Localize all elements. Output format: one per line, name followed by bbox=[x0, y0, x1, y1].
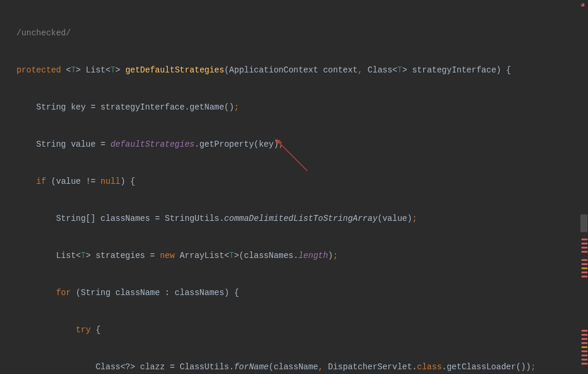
error-marker[interactable] bbox=[582, 247, 587, 249]
code-line[interactable]: String[] classNames = StringUtils.commaD… bbox=[16, 213, 588, 225]
analysis-status-icon[interactable]: ◕ bbox=[581, 1, 587, 7]
error-marker[interactable] bbox=[582, 338, 587, 340]
warning-marker[interactable] bbox=[582, 267, 587, 269]
error-marker[interactable] bbox=[582, 243, 587, 244]
error-marker[interactable] bbox=[582, 334, 587, 336]
warning-marker[interactable] bbox=[582, 346, 587, 348]
code-line[interactable]: String key = strategyInterface.getName()… bbox=[16, 101, 588, 114]
code-line[interactable]: try { bbox=[16, 324, 588, 336]
error-marker[interactable] bbox=[582, 350, 587, 352]
comment: /unchecked/ bbox=[16, 28, 71, 38]
code-line[interactable]: Class<?> clazz = ClassUtils.forName(clas… bbox=[16, 361, 588, 373]
error-marker[interactable] bbox=[582, 276, 587, 277]
error-marker[interactable] bbox=[582, 251, 587, 253]
error-marker[interactable] bbox=[582, 330, 587, 332]
error-marker[interactable] bbox=[582, 342, 587, 344]
error-marker[interactable] bbox=[582, 259, 587, 261]
code-line[interactable]: String value = defaultStrategies.getProp… bbox=[16, 138, 588, 151]
code-editor[interactable]: /unchecked/ protected <T> List<T> getDef… bbox=[0, 0, 588, 374]
scrollbar[interactable]: ◕ bbox=[580, 0, 588, 374]
error-marker[interactable] bbox=[582, 263, 587, 265]
error-marker[interactable] bbox=[582, 359, 587, 360]
code-line[interactable]: protected <T> List<T> getDefaultStrategi… bbox=[16, 64, 588, 77]
code-line[interactable]: for (String className : classNames) { bbox=[16, 287, 588, 299]
error-marker[interactable] bbox=[582, 363, 587, 365]
error-marker[interactable] bbox=[582, 239, 587, 240]
code-line[interactable]: List<T> strategies = new ArrayList<T>(cl… bbox=[16, 250, 588, 262]
code-line[interactable]: /unchecked/ bbox=[16, 27, 588, 39]
scrollbar-thumb[interactable] bbox=[580, 214, 587, 232]
code-line[interactable]: if (value != null) { bbox=[16, 176, 588, 188]
error-marker[interactable] bbox=[582, 355, 587, 356]
method-name: getDefaultStrategies bbox=[125, 65, 224, 75]
error-marker[interactable] bbox=[582, 272, 587, 273]
